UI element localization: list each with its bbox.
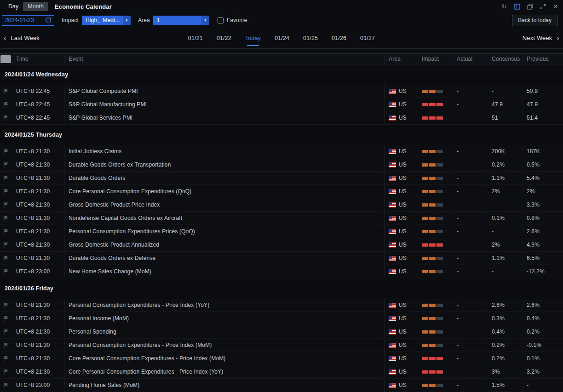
row-consensus: 2.6% [492, 302, 505, 308]
impact-bar [437, 163, 443, 167]
bookmark-icon[interactable] [3, 242, 8, 248]
day-tab-01-26[interactable]: 01/26 [332, 28, 346, 48]
day-tab-01-25[interactable]: 01/25 [303, 28, 318, 48]
bookmark-icon[interactable] [3, 88, 8, 94]
bookmark-icon[interactable] [3, 175, 8, 181]
row-actual: - [457, 161, 459, 168]
event-row[interactable]: UTC+8 21:30 Personal Consumption Expendi… [0, 339, 563, 352]
row-time: UTC+8 21:30 [16, 255, 50, 261]
event-row[interactable]: UTC+8 21:30 Personal Income (MoM) US - 0… [0, 312, 563, 325]
row-consensus: 3% [492, 369, 500, 375]
next-week-button[interactable]: Next Week › [523, 34, 559, 42]
row-actual: - [457, 188, 459, 195]
row-previous: 3.3% [527, 202, 540, 208]
event-row[interactable]: UTC+8 23:00 New Home Sales Change (MoM) … [0, 265, 563, 278]
row-actual: - [457, 101, 459, 108]
col-header-consensus: Consensus [488, 54, 523, 64]
impact-bar [422, 203, 428, 207]
impact-bar [422, 103, 428, 106]
horizontal-scrollbar-thumb[interactable] [0, 55, 11, 63]
day-tab-today[interactable]: Today [245, 28, 261, 48]
favorite-filter[interactable]: Favorite [218, 17, 247, 23]
row-time: UTC+8 23:00 [16, 382, 50, 388]
impact-select[interactable]: High、Medi... ▾ [82, 16, 131, 25]
impact-bar [429, 103, 436, 106]
restore-icon[interactable] [527, 4, 533, 10]
bookmark-icon[interactable] [3, 162, 8, 168]
impact-bar [422, 317, 428, 320]
event-row[interactable]: UTC+8 21:30 Nondefense Capital Goods Ord… [0, 212, 563, 225]
event-row[interactable]: UTC+8 21:30 Personal Consumption Expendi… [0, 299, 563, 312]
event-row[interactable]: UTC+8 21:30 Durable Goods Orders ex Tran… [0, 158, 563, 172]
maximize-icon[interactable] [540, 4, 546, 10]
row-previous: 0.5% [527, 161, 540, 168]
bookmark-icon[interactable] [3, 102, 8, 108]
bookmark-icon[interactable] [3, 356, 8, 362]
event-row[interactable]: UTC+8 23:00 Pending Home Sales (MoM) US … [0, 379, 563, 392]
area-select[interactable]: 1 ▾ [153, 16, 209, 25]
bookmark-icon[interactable] [3, 229, 8, 235]
event-row[interactable]: UTC+8 21:30 Core Personal Consumption Ex… [0, 365, 563, 379]
event-row[interactable]: UTC+8 21:30 Core Personal Consumption Ex… [0, 352, 563, 365]
date-section-header: 2024/01/25 Thursday [0, 125, 563, 145]
event-row[interactable]: UTC+8 21:30 Durable Goods Orders ex Defe… [0, 252, 563, 265]
event-row[interactable]: UTC+8 21:30 Personal Consumption Expendi… [0, 225, 563, 238]
favorite-label: Favorite [227, 17, 247, 23]
us-flag-icon [389, 256, 396, 261]
us-flag-icon [389, 269, 396, 274]
row-previous: 4.9% [527, 242, 540, 248]
us-flag-icon [389, 303, 396, 308]
back-to-today-button[interactable]: Back to today [512, 15, 557, 26]
bookmark-icon[interactable] [3, 189, 8, 195]
impact-bar [422, 304, 428, 307]
bookmark-icon[interactable] [3, 149, 8, 155]
bookmark-icon[interactable] [3, 302, 8, 308]
bookmark-icon[interactable] [3, 329, 8, 335]
close-icon[interactable]: ✕ [553, 3, 558, 10]
refresh-icon[interactable]: ↻ [501, 3, 507, 10]
bookmark-icon[interactable] [3, 269, 8, 275]
row-previous: 6.5% [527, 255, 540, 261]
impact-bar [437, 384, 443, 387]
day-tab-01-27[interactable]: 01/27 [360, 28, 375, 48]
row-area-label: US [399, 355, 407, 362]
day-tab-01-21[interactable]: 01/21 [188, 28, 203, 48]
panel-toggle-icon[interactable] [514, 4, 520, 10]
event-row[interactable]: UTC+8 21:30 Personal Spending US - 0.4% … [0, 325, 563, 339]
day-view-tab[interactable]: Day [5, 2, 22, 11]
event-row[interactable]: UTC+8 21:30 Gross Domestic Product Annua… [0, 238, 563, 252]
day-tab-01-22[interactable]: 01/22 [217, 28, 231, 48]
bookmark-icon[interactable] [3, 382, 8, 388]
bookmark-icon[interactable] [3, 255, 8, 261]
bookmark-icon[interactable] [3, 342, 8, 348]
row-consensus: 0.2% [492, 342, 505, 348]
row-event: New Home Sales Change (MoM) [69, 268, 151, 275]
last-week-button[interactable]: ‹ Last Week [4, 34, 40, 42]
event-row[interactable]: UTC+8 22:45 S&P Global Manufacturing PMI… [0, 98, 563, 111]
row-event: Core Personal Consumption Expenditures -… [69, 355, 226, 362]
event-row[interactable]: UTC+8 21:30 Gross Domestic Product Price… [0, 198, 563, 212]
impact-bar [422, 370, 428, 374]
event-row[interactable]: UTC+8 21:30 Durable Goods Orders US - 1.… [0, 172, 563, 185]
bookmark-icon[interactable] [3, 316, 8, 322]
event-row[interactable]: UTC+8 22:45 S&P Global Composite PMI US … [0, 85, 563, 98]
us-flag-icon [389, 149, 396, 154]
event-row[interactable]: UTC+8 21:30 Initial Jobless Claims US - … [0, 145, 563, 158]
us-flag-icon [389, 383, 396, 388]
event-row[interactable]: UTC+8 21:30 Core Personal Consumption Ex… [0, 185, 563, 198]
date-input[interactable]: 2024-01-23 [2, 15, 54, 26]
row-previous: 47.9 [527, 101, 538, 108]
day-tab-01-24[interactable]: 01/24 [275, 28, 289, 48]
row-area-label: US [399, 228, 407, 235]
title-bar: Day Month Economic Calendar ↻ ✕ [0, 0, 563, 13]
bookmark-icon[interactable] [3, 115, 8, 121]
bookmark-icon[interactable] [3, 202, 8, 208]
favorite-checkbox[interactable] [218, 17, 224, 23]
row-previous: 3.2% [527, 369, 540, 375]
bookmark-icon[interactable] [3, 215, 8, 221]
event-row[interactable]: UTC+8 22:45 S&P Global Services PMI US -… [0, 111, 563, 125]
us-flag-icon [389, 115, 396, 121]
date-value: 2024-01-23 [5, 17, 34, 23]
month-view-tab[interactable]: Month [23, 2, 48, 11]
bookmark-icon[interactable] [3, 369, 8, 375]
